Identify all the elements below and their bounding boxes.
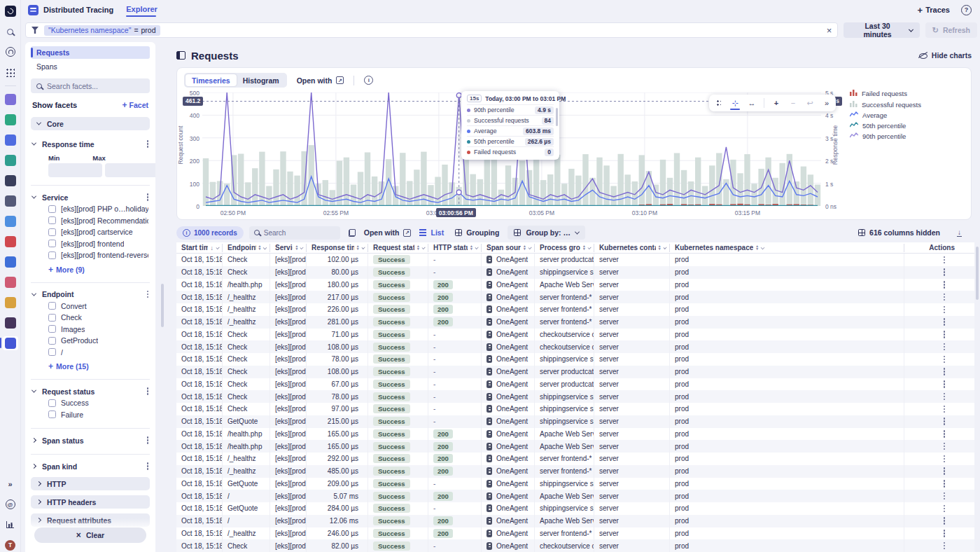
- row-actions-icon[interactable]: [944, 371, 946, 373]
- sidebar-view-spans[interactable]: Spans: [31, 60, 150, 73]
- insights-icon[interactable]: [3, 518, 18, 532]
- logs-app-icon[interactable]: [3, 296, 18, 310]
- facet-option[interactable]: Images: [48, 324, 148, 336]
- copilot-icon[interactable]: [3, 45, 18, 59]
- filter-input[interactable]: "Kubernetes namespace" = prod ×: [25, 22, 838, 38]
- table-row[interactable]: Oct 18, 15:18:18.Check[eks][prod] ...82.…: [176, 539, 974, 552]
- row-actions-icon[interactable]: [944, 483, 946, 485]
- notebooks-app-icon[interactable]: [3, 214, 18, 228]
- facet-option[interactable]: [eks][prod] frontend: [48, 238, 148, 250]
- facet-group-header[interactable]: Service: [32, 191, 148, 203]
- column-header-span-source[interactable]: Span source▴▾: [482, 244, 535, 252]
- copy-icon[interactable]: [349, 229, 356, 237]
- table-row[interactable]: Oct 18, 15:18:28.Check[eks][prod] ...108…: [176, 340, 974, 353]
- legend-item[interactable]: Successful requests: [850, 100, 921, 109]
- services-app-icon[interactable]: [3, 92, 18, 106]
- table-open-with-button[interactable]: Open with↗: [364, 228, 412, 237]
- column-header-http-status[interactable]: HTTP status▴▾: [428, 244, 482, 252]
- user-avatar-icon[interactable]: T: [3, 538, 18, 552]
- table-row[interactable]: Oct 18, 15:18:32./health.php[eks][prod] …: [176, 279, 974, 291]
- table-row[interactable]: Oct 18, 15:18:21./_healthz[eks][prod] ..…: [176, 465, 974, 478]
- synthetic-app-icon[interactable]: [3, 153, 18, 167]
- clear-facets-button[interactable]: ×Clear: [34, 527, 146, 543]
- info-icon[interactable]: i: [364, 76, 373, 85]
- table-row[interactable]: Oct 18, 15:18:22./health.php[eks][prod] …: [176, 440, 974, 453]
- undo-icon[interactable]: ↩: [805, 97, 815, 109]
- add-traces-button[interactable]: +Traces: [918, 5, 950, 15]
- facet-option[interactable]: [eks][prod] RecommendationService: [48, 215, 148, 227]
- dynatrace-logo-icon[interactable]: [3, 4, 18, 18]
- facet-group-core[interactable]: Core: [31, 117, 150, 130]
- group-by-selector[interactable]: Group by: …: [507, 226, 585, 240]
- facet-group-header[interactable]: Response time: [32, 138, 148, 150]
- legend-item[interactable]: Failed requests: [850, 89, 921, 97]
- table-row[interactable]: Oct 18, 15:18:20./[eks][prod] ...5.07 ms…: [176, 490, 974, 502]
- horizontal-zoom-icon[interactable]: ↔: [747, 97, 757, 109]
- filter-chip[interactable]: "Kubernetes namespace" = prod: [44, 25, 160, 36]
- column-header-service[interactable]: Service▴▾: [270, 244, 307, 252]
- chart-tab-histogram[interactable]: Histogram: [237, 74, 286, 86]
- facet-option[interactable]: Check: [48, 312, 148, 324]
- discovery-app-icon[interactable]: [3, 194, 18, 208]
- response-time-max-input[interactable]: [105, 163, 155, 177]
- column-header-endpoint[interactable]: Endpoint▴▾: [223, 244, 270, 252]
- row-actions-icon[interactable]: [944, 433, 946, 435]
- more-options-button[interactable]: +More (15): [48, 361, 89, 371]
- table-search-input[interactable]: [264, 229, 330, 237]
- sidebar-scrollbar[interactable]: [161, 284, 164, 327]
- table-row[interactable]: Oct 18, 15:18:23.Check[eks][prod] ...108…: [176, 366, 974, 378]
- row-actions-icon[interactable]: [944, 383, 946, 385]
- table-row[interactable]: Oct 18, 15:18:33.Check[eks][prod] ...102…: [176, 254, 974, 266]
- table-row[interactable]: Oct 18, 15:18:21./_healthz[eks][prod] ..…: [176, 453, 974, 465]
- row-actions-icon[interactable]: [944, 396, 946, 398]
- analytics-app-icon[interactable]: [3, 316, 18, 330]
- chart-open-with-button[interactable]: Open with↗: [297, 76, 344, 85]
- table-row[interactable]: Oct 18, 15:18:22.Check[eks][prod] ...97.…: [176, 403, 974, 415]
- table-row[interactable]: Oct 18, 15:18:28.Check[eks][prod] ...71.…: [176, 329, 974, 341]
- more-options-icon[interactable]: [147, 465, 149, 467]
- row-actions-icon[interactable]: [944, 470, 946, 472]
- row-actions-icon[interactable]: [944, 346, 946, 348]
- column-header-process-group[interactable]: Process group▴▾: [535, 244, 594, 252]
- row-actions-icon[interactable]: [944, 271, 946, 273]
- row-actions-icon[interactable]: [944, 520, 946, 522]
- facet-group-http-headers[interactable]: HTTP headers: [31, 495, 150, 509]
- row-actions-icon[interactable]: [944, 309, 946, 311]
- records-count-badge[interactable]: i 1000 records: [176, 226, 244, 240]
- table-row[interactable]: Oct 18, 15:18:22.Check[eks][prod] ...78.…: [176, 390, 974, 403]
- smartscape-app-icon[interactable]: [3, 113, 18, 127]
- facet-search[interactable]: [31, 78, 150, 93]
- help-icon[interactable]: ?: [961, 5, 972, 15]
- legend-item[interactable]: Average: [850, 111, 921, 119]
- column-header-kubernetes-namespace[interactable]: Kubernetes namespace▴▾: [670, 244, 904, 252]
- more-options-icon[interactable]: [147, 143, 149, 145]
- row-actions-icon[interactable]: [944, 446, 946, 448]
- row-actions-icon[interactable]: [944, 259, 946, 261]
- column-header-actions[interactable]: Actions: [904, 244, 974, 252]
- row-actions-icon[interactable]: [944, 408, 946, 410]
- table-row[interactable]: Oct 18, 15:18:22.GetQuote[eks][prod] ...…: [176, 415, 974, 428]
- dashboards-app-icon[interactable]: [3, 133, 18, 147]
- facet-option[interactable]: GetProduct: [48, 335, 148, 347]
- search-icon[interactable]: [3, 25, 18, 39]
- table-search[interactable]: [249, 226, 340, 240]
- facet-search-input[interactable]: [47, 82, 131, 90]
- row-actions-icon[interactable]: [944, 321, 946, 323]
- time-range-selector[interactable]: Last 30 minutes: [844, 22, 919, 38]
- table-scrollbar[interactable]: [976, 247, 979, 300]
- chart-tab-timeseries[interactable]: Timeseries: [186, 74, 237, 86]
- list-view-button[interactable]: List: [416, 228, 447, 237]
- facet-group-header[interactable]: Span status: [32, 434, 148, 446]
- facet-option[interactable]: [eks][prod] cartservice: [48, 226, 148, 238]
- facet-option[interactable]: Convert: [48, 301, 148, 312]
- clear-filter-icon[interactable]: ×: [827, 26, 832, 35]
- kubernetes-app-icon[interactable]: [3, 275, 18, 289]
- facet-option[interactable]: [eks][prod] frontend-reverseproxy: [48, 249, 148, 261]
- row-actions-icon[interactable]: [944, 359, 946, 361]
- table-row[interactable]: Oct 18, 15:18:23.Check[eks][prod] ...67.…: [176, 378, 974, 391]
- row-actions-icon[interactable]: [944, 333, 946, 336]
- grouping-view-button[interactable]: Grouping: [452, 228, 502, 237]
- expand-rail-icon[interactable]: »: [3, 477, 18, 491]
- facet-group-http[interactable]: HTTP: [31, 477, 150, 490]
- table-row[interactable]: Oct 18, 15:18:22./health.php[eks][prod] …: [176, 428, 974, 441]
